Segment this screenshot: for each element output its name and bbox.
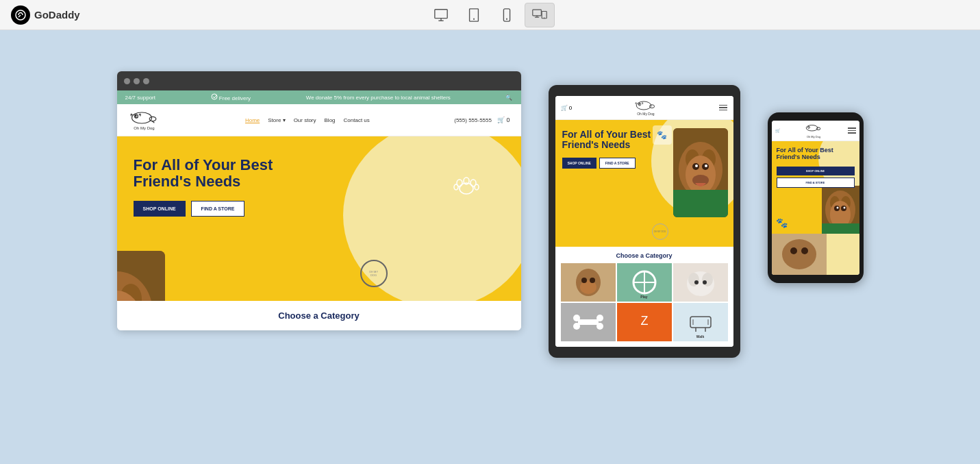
svg-point-66: [694, 280, 699, 284]
device-all-button[interactable]: [525, 3, 555, 27]
phone-hero-content: For All of Your Best Friend's Needs SHOP…: [772, 141, 859, 193]
phone-cart-icon[interactable]: 🛒: [775, 128, 780, 133]
site-logo: Oh My Dog: [128, 110, 161, 130]
hero-title: For All of Your Best Friend's Needs: [134, 157, 298, 190]
hamburger-menu-icon[interactable]: [719, 105, 727, 111]
nav-home[interactable]: Home: [245, 117, 260, 123]
top-bar: GoDaddy: [0, 0, 980, 30]
svg-point-83: [816, 127, 820, 130]
svg-point-92: [836, 207, 838, 209]
svg-point-67: [703, 280, 707, 284]
svg-text:Z: Z: [640, 314, 648, 328]
tablet-cart[interactable]: 🛒 0: [561, 105, 573, 111]
find-store-button[interactable]: FIND A STORE: [191, 201, 245, 217]
tablet-cat-item-white[interactable]: [673, 263, 728, 302]
site-support-text: 24/7 support: [125, 95, 155, 101]
site-nav: Oh My Dog Home Store ▾ Our story Blog Co…: [117, 104, 521, 136]
phone-logo-name: Oh My Dog: [804, 135, 823, 138]
tablet-cat-item-walk[interactable]: Walk: [673, 303, 728, 341]
nav-contact[interactable]: Contact us: [344, 117, 370, 123]
phone-mockup: 🛒 Oh My Dog For All of Your Best: [768, 112, 864, 283]
svg-point-57: [590, 278, 595, 283]
tablet-screen: 🛒 0 Oh My Dog: [555, 96, 733, 347]
phone-category: [772, 234, 859, 275]
main-area: 24/7 support Free delivery We donate 5% …: [0, 30, 980, 464]
tablet-cat-label-walk: Walk: [673, 334, 728, 339]
nav-blog[interactable]: Blog: [325, 117, 336, 123]
svg-point-23: [454, 184, 458, 190]
phone-paw-icon: 🐾: [776, 217, 788, 228]
tablet-shop-button[interactable]: SHOP ONLINE: [562, 158, 596, 169]
svg-point-14: [212, 94, 217, 99]
tablet-nav: 🛒 0 Oh My Dog: [555, 96, 733, 120]
svg-rect-9: [532, 10, 541, 16]
site-delivery-text: Free delivery: [211, 93, 251, 101]
site-nav-right: (555) 555-5555 🛒 0: [454, 117, 510, 123]
godaddy-logo: GoDaddy: [11, 5, 80, 25]
svg-point-64: [688, 273, 699, 286]
phone-menu-icon[interactable]: [848, 127, 856, 134]
svg-point-71: [573, 323, 580, 330]
site-hero: For All of Your Best Friend's Needs SHOP…: [117, 136, 521, 301]
browser-dot-green: [143, 78, 149, 84]
category-title: Choose a Category: [128, 310, 510, 321]
tablet-cat-item-dog[interactable]: [561, 263, 616, 302]
site-nav-links: Home Store ▾ Our story Blog Contact us: [245, 117, 370, 123]
hero-dog-image: [117, 251, 165, 301]
tablet-stamp: OH MY DOG: [652, 223, 668, 240]
tablet-hero: For All of Your Best Friend's Needs SHOP…: [555, 120, 733, 247]
device-phone-button[interactable]: [492, 3, 522, 27]
tablet-cat-item-orange[interactable]: Z: [617, 303, 672, 341]
tablet-category-grid: Play: [561, 263, 728, 341]
svg-point-39: [649, 105, 654, 108]
tablet-hero-title: For All of Your Best Friend's Needs: [562, 130, 651, 151]
svg-point-72: [596, 315, 603, 321]
svg-point-84: [808, 126, 810, 128]
device-tablet-button[interactable]: [459, 3, 489, 27]
svg-rect-2: [434, 9, 447, 18]
phone-cat-dog-image: [772, 234, 827, 275]
phone-nav: 🛒 Oh My Dog: [772, 121, 859, 141]
tablet-logo: Oh My Dog: [632, 99, 659, 116]
svg-point-70: [573, 315, 580, 321]
tablet-mockup: 🛒 0 Oh My Dog: [549, 85, 740, 358]
shop-online-button[interactable]: SHOP ONLINE: [134, 201, 186, 217]
svg-point-96: [782, 239, 816, 269]
site-category-section: Choose a Category: [117, 301, 521, 330]
device-switcher: [426, 3, 555, 27]
phone-hero-buttons: SHOP ONLINE FIND A STORE: [777, 167, 855, 188]
tablet-find-button[interactable]: FIND A STORE: [599, 158, 636, 169]
phone-find-button[interactable]: FIND A STORE: [777, 178, 855, 188]
hero-buttons: SHOP ONLINE FIND A STORE: [134, 201, 505, 217]
svg-point-93: [843, 207, 845, 209]
svg-rect-12: [542, 11, 546, 18]
device-desktop-button[interactable]: [426, 3, 456, 27]
cart-icon[interactable]: 🛒 0: [497, 117, 510, 123]
tablet-logo-name: Oh My Dog: [637, 112, 654, 116]
tablet-cat-label-play: Play: [617, 295, 672, 299]
svg-point-97: [790, 247, 797, 254]
svg-rect-69: [578, 319, 599, 325]
browser-dot-yellow: [134, 78, 140, 84]
nav-store[interactable]: Store ▾: [268, 117, 285, 123]
nav-our-story[interactable]: Our story: [294, 117, 316, 123]
tablet-cat-item-bone[interactable]: [561, 303, 616, 341]
phone-screen: 🛒 Oh My Dog For All of Your Best: [772, 121, 859, 275]
tablet-category-title: Choose a Category: [561, 252, 728, 259]
site-topbar: 24/7 support Free delivery We donate 5% …: [117, 90, 521, 104]
svg-rect-94: [822, 223, 859, 234]
tablet-hero-buttons: SHOP ONLINE FIND A STORE: [562, 158, 727, 169]
tablet-category: Choose a Category: [555, 247, 733, 347]
phone-shop-button[interactable]: SHOP ONLINE: [777, 167, 855, 175]
phone-hero-title: For All of Your Best Friend's Needs: [777, 147, 855, 161]
site-logo-name: Oh My Dog: [134, 126, 154, 130]
tablet-cat-item-play[interactable]: Play: [617, 263, 672, 302]
site-donate-text: We donate 5% from every purchase to loca…: [306, 95, 451, 101]
paw-decoration: [453, 171, 480, 201]
hero-stamp: OH MYDOG: [360, 260, 388, 287]
browser-chrome: [117, 71, 521, 90]
search-icon[interactable]: 🔍: [505, 95, 512, 101]
svg-line-1: [18, 15, 21, 17]
svg-point-38: [636, 101, 651, 110]
phone-hero: For All of Your Best Friend's Needs SHOP…: [772, 141, 859, 234]
